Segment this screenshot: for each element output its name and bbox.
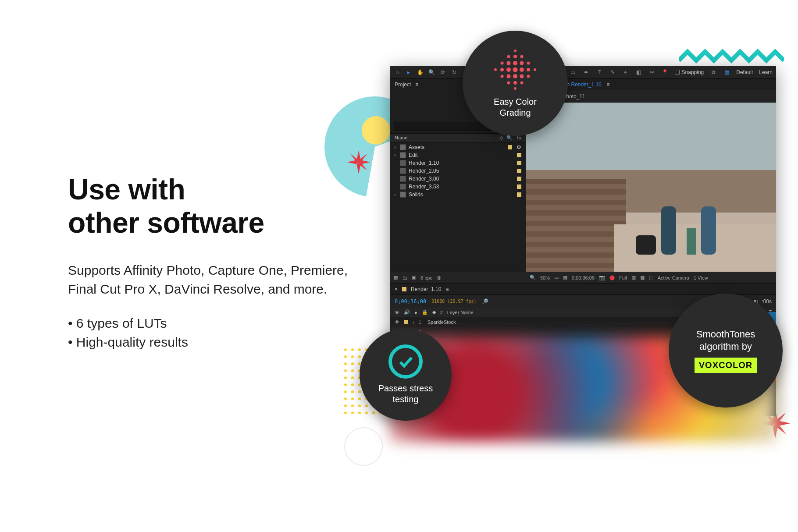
dotmatrix-icon xyxy=(491,49,539,90)
magnify-icon[interactable]: 🔍 xyxy=(530,275,536,280)
new-folder-icon[interactable]: 🗀 xyxy=(403,275,407,280)
project-item-r353[interactable]: Render_3.53 xyxy=(390,183,526,191)
col-tag-icon[interactable]: ◇ xyxy=(499,135,503,141)
project-item-solids[interactable]: ›Solids xyxy=(390,191,526,199)
timeline-search-icon[interactable]: 🔎 xyxy=(482,298,488,305)
zoom-value[interactable]: 50% xyxy=(540,275,550,280)
orbit-tool-icon[interactable]: ⟳ xyxy=(439,69,446,76)
svg-point-21 xyxy=(527,68,530,71)
label-swatch xyxy=(517,192,521,197)
snap-ext-icon[interactable]: ⧉ xyxy=(710,69,717,76)
region-icon[interactable]: ▥ xyxy=(631,275,636,280)
ruler-mark: :00s xyxy=(762,298,772,305)
svg-point-28 xyxy=(501,74,504,78)
col-search-icon[interactable]: 🔍 xyxy=(506,135,513,141)
selection-tool-icon[interactable]: ▸ xyxy=(405,69,412,76)
project-item-r205[interactable]: Render_2.05 xyxy=(390,167,526,175)
rotation-tool-icon[interactable]: ↻ xyxy=(451,69,458,76)
svg-point-29 xyxy=(507,74,511,78)
layername-header: Layer Name xyxy=(447,310,474,315)
transparency-icon[interactable]: ▩ xyxy=(640,275,645,280)
comp-icon xyxy=(400,160,406,166)
resolution-select[interactable]: Full xyxy=(619,275,627,280)
svg-point-34 xyxy=(513,55,517,58)
checkbox-icon xyxy=(675,70,680,74)
svg-point-40 xyxy=(514,87,517,90)
decor-star-red xyxy=(346,150,371,174)
current-time[interactable]: 0;00;36;08 xyxy=(572,275,595,280)
viewer-person xyxy=(701,206,716,255)
project-item-assets[interactable]: ›Assets⚙ xyxy=(390,143,526,151)
interpret-icon[interactable]: ▦ xyxy=(394,275,398,280)
workspace-learn[interactable]: Learn xyxy=(759,69,773,75)
label-col-icon: ◆ xyxy=(432,309,436,315)
svg-point-35 xyxy=(520,55,524,58)
snapping-toggle[interactable]: Snapping xyxy=(675,69,704,75)
solo-col-icon: ● xyxy=(414,310,417,315)
panel-menu-icon-3[interactable]: ≡ xyxy=(445,286,449,292)
label-swatch xyxy=(517,161,521,165)
viewer-stroller xyxy=(636,235,656,255)
svg-point-19 xyxy=(513,67,518,72)
snapshot-icon[interactable]: 📷 xyxy=(599,275,605,280)
panel-menu-icon-2[interactable]: ≡ xyxy=(606,82,609,88)
badge-easy-color-grading: Easy Color Grading xyxy=(463,31,568,136)
svg-point-22 xyxy=(534,68,536,71)
timecode[interactable]: 0;00;36;08 xyxy=(395,298,426,305)
roto-tool-icon[interactable]: ✂ xyxy=(648,69,656,76)
panel-menu-icon[interactable]: ≡ xyxy=(415,82,418,88)
3d-icon[interactable]: ⬚ xyxy=(649,275,653,280)
workspace-default[interactable]: Default xyxy=(736,69,753,75)
viewer-stairs xyxy=(526,179,626,272)
col-name[interactable]: Name xyxy=(395,135,407,141)
composition-viewer[interactable] xyxy=(526,103,776,272)
project-rows: ›Assets⚙ ›Edit Render_1.10 Render_2.05 R… xyxy=(390,142,526,199)
camera-select[interactable]: Active Camera xyxy=(658,275,689,280)
project-tab[interactable]: Project xyxy=(395,82,411,88)
project-item-edit[interactable]: ›Edit xyxy=(390,151,526,159)
snap-align-icon[interactable]: ▦ xyxy=(723,69,730,76)
composition-panel: ‹ Part_1 ‹ Photo_11 🔍 50% ▭ ▦ 0;00;36;08 xyxy=(526,90,776,283)
badge-smooth-line1: SmoothTones xyxy=(696,328,755,340)
label-swatch xyxy=(517,153,521,157)
home-icon[interactable]: ⌂ xyxy=(394,69,401,76)
viewer-child xyxy=(687,228,696,255)
type-tool-icon[interactable]: T xyxy=(596,69,603,76)
svg-point-39 xyxy=(514,50,517,52)
eraser-tool-icon[interactable]: ◧ xyxy=(635,69,642,76)
bpc-toggle[interactable]: 8 bpc xyxy=(420,275,432,280)
grid-icon[interactable]: ▦ xyxy=(563,275,567,280)
new-comp-icon[interactable]: ▣ xyxy=(412,275,416,280)
headline: Use with other software xyxy=(68,173,349,240)
tree-icon: ⚙ xyxy=(517,144,521,150)
badge-easy-line2: Grading xyxy=(494,107,537,118)
resolution-icon[interactable]: ▭ xyxy=(554,275,559,280)
svg-point-32 xyxy=(527,74,530,78)
brush-tool-icon[interactable]: ✎ xyxy=(609,69,616,76)
trash-icon[interactable]: 🗑 xyxy=(437,275,442,280)
svg-point-26 xyxy=(520,61,524,65)
zoom-tool-icon[interactable]: 🔍 xyxy=(428,69,435,76)
svg-point-38 xyxy=(520,81,524,84)
hand-tool-icon[interactable]: ✋ xyxy=(417,69,424,76)
views-select[interactable]: 1 View xyxy=(694,275,708,280)
project-item-r300[interactable]: Render_3.00 xyxy=(390,175,526,183)
pen-tool-icon[interactable]: ✒ xyxy=(583,69,590,76)
badge-stress-line1: Passes stress xyxy=(378,383,433,394)
label-swatch xyxy=(508,145,512,149)
col-type[interactable]: Ty xyxy=(516,135,521,141)
svg-point-20 xyxy=(520,67,524,72)
shape-tool-icon[interactable]: ▭ xyxy=(570,69,577,76)
label-swatch xyxy=(517,184,521,189)
timeline-tab[interactable]: Render_1.10 xyxy=(411,286,441,292)
timeline-close-icon[interactable]: × xyxy=(395,286,398,292)
channel-icon[interactable]: ⬤ xyxy=(609,275,615,280)
puppet-tool-icon[interactable]: 📍 xyxy=(662,69,669,76)
comp-icon xyxy=(400,168,406,174)
decor-zigzag xyxy=(679,48,784,64)
clone-tool-icon[interactable]: ⌖ xyxy=(622,69,629,76)
svg-point-36 xyxy=(507,81,510,84)
decor-dot-yellow xyxy=(362,116,390,145)
svg-point-25 xyxy=(513,61,517,65)
project-item-r110[interactable]: Render_1.10 xyxy=(390,159,526,167)
